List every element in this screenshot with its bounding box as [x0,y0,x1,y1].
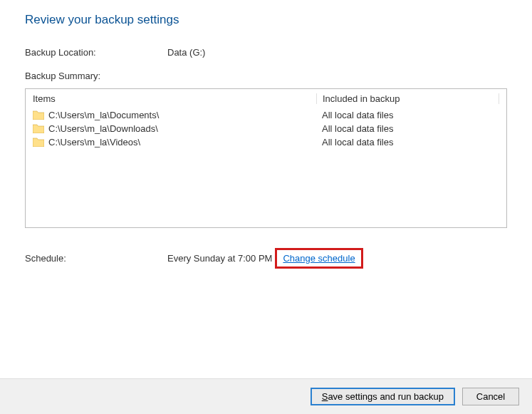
backup-summary-box: Items Included in backup C:\Users\m_la\D… [25,88,507,228]
list-item[interactable]: C:\Users\m_la\Documents\ All local data … [33,108,499,122]
item-path: C:\Users\m_la\Documents\ [48,110,316,120]
folder-icon [33,138,44,147]
highlight-box: Change schedule [275,248,363,269]
schedule-value: Every Sunday at 7:00 PM [167,253,272,264]
column-header-items[interactable]: Items [33,93,316,104]
folder-icon [33,110,44,120]
change-schedule-link[interactable]: Change schedule [283,253,355,264]
backup-summary-label: Backup Summary: [25,71,507,81]
column-header-included[interactable]: Included in backup [316,93,499,104]
list-item[interactable]: C:\Users\m_la\Downloads\ All local data … [33,122,499,135]
footer-bar: Save settings and run backup Cancel [0,378,532,414]
page-title: Review your backup settings [25,13,507,27]
item-path: C:\Users\m_la\Downloads\ [48,123,316,134]
item-included: All local data files [316,137,499,148]
backup-location-value: Data (G:) [167,47,507,58]
backup-location-label: Backup Location: [25,47,167,58]
item-included: All local data files [316,110,499,120]
save-settings-run-backup-button[interactable]: Save settings and run backup [311,388,455,405]
schedule-label: Schedule: [25,253,167,264]
save-button-rest: ave settings and run backup [328,391,444,402]
item-path: C:\Users\m_la\Videos\ [48,137,316,148]
folder-icon [33,124,44,133]
summary-header: Items Included in backup [26,89,506,108]
summary-rows: C:\Users\m_la\Documents\ All local data … [26,108,506,149]
cancel-button[interactable]: Cancel [462,388,519,405]
backup-location-row: Backup Location: Data (G:) [25,47,507,58]
schedule-row: Schedule: Every Sunday at 7:00 PM Change… [25,248,507,269]
item-included: All local data files [316,123,499,134]
list-item[interactable]: C:\Users\m_la\Videos\ All local data fil… [33,135,499,149]
